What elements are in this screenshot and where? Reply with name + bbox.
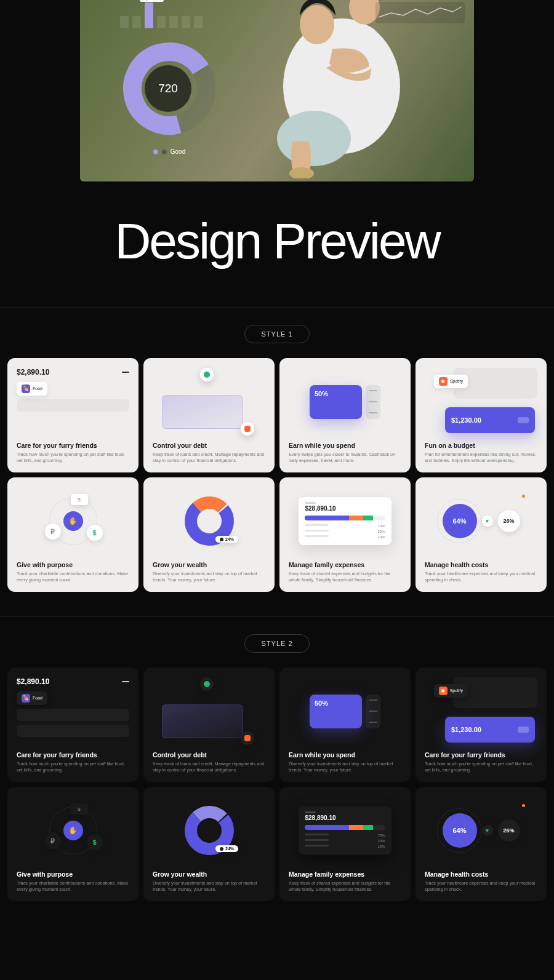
family-title: Manage family expenses	[289, 561, 401, 568]
credit-card-illo: 50%	[310, 385, 362, 419]
earn-percent-dark: 50%	[315, 699, 328, 707]
card-fun[interactable]: ◉ Spotify $1,230.00 Fun on a budget Plan…	[416, 358, 547, 472]
card-health-dark[interactable]: 64% ♥ 26% Manage health costs Track your…	[416, 787, 547, 901]
ruble-icon: ₽	[45, 833, 61, 849]
family-progress-bar	[305, 825, 385, 830]
earn-desc-dark: Diversify your investments and stay on t…	[289, 761, 401, 773]
health-desc: Track your healthcare expenses and keep …	[425, 571, 537, 583]
grow-badge: 24%	[215, 536, 238, 543]
svg-point-3	[300, 5, 334, 44]
health-desc-dark: Track your healthcare expenses and keep …	[425, 880, 537, 893]
heart-icon: ♥	[482, 825, 493, 836]
card-furry-friends[interactable]: $2,890.10 🍖 Food Care for your furry fri…	[7, 358, 138, 472]
grow-badge-dark: 24%	[215, 845, 238, 852]
earn-desc: Every swipe gets you closer to rewards. …	[289, 452, 401, 464]
fun-amount: $1,230.00	[451, 416, 481, 424]
furry-pill-label: Food	[33, 386, 42, 391]
furry-desc-dark: Track how much you're spending on pet st…	[17, 761, 129, 773]
hero-bar-chart: 6,543.00	[120, 6, 203, 28]
grow-title: Grow your wealth	[153, 561, 265, 568]
credit-card-illo: 50%	[310, 695, 362, 728]
income-dot-icon	[200, 677, 214, 691]
hand-coin-icon: ✋	[63, 511, 83, 531]
grow-title-dark: Grow your wealth	[153, 870, 265, 878]
card-fun-dark[interactable]: ◉ Spotify $1,230.00 Care for your furry …	[416, 667, 547, 782]
family-title-dark: Manage family expenses	[289, 870, 401, 878]
give-title-dark: Give with purpose	[17, 870, 129, 878]
expense-dot-icon	[241, 731, 254, 745]
debt-desc-dark: Keep track of loans and credit. Manage r…	[153, 761, 265, 773]
fun-amount-dark: $1,230.00	[451, 726, 481, 733]
health-title-dark: Manage health costs	[425, 870, 537, 878]
card-grow-dark[interactable]: 24% Grow your wealth Diversify your inve…	[143, 787, 275, 901]
translucent-card-illo	[162, 704, 243, 738]
card-earn-dark[interactable]: 50% Earn while you spend Diversify your …	[279, 667, 411, 782]
ruble-icon: ₽	[45, 524, 61, 540]
card-back-strip	[366, 385, 380, 419]
card-family-dark[interactable]: $28,890.10 70% 20% 10% Manage family exp…	[279, 787, 411, 901]
style2-card4-title: Care for your furry friends	[425, 751, 537, 759]
dollar-icon: $	[87, 834, 103, 850]
furry-amount: $2,890.10	[17, 368, 49, 376]
page-headline: Design Preview	[0, 212, 554, 270]
furry-desc: Track how much you're spending on pet st…	[17, 452, 129, 464]
spotify-icon: ◉	[439, 687, 448, 695]
card-family[interactable]: $28,890.10 70% 20% 10% Manage family exp…	[279, 477, 411, 592]
spotify-icon: ◉	[439, 377, 448, 386]
family-progress-bar	[305, 516, 385, 520]
card-give-dark[interactable]: $ ✋ ₽ $ Give with purpose Track your cha…	[7, 787, 138, 901]
card-debt[interactable]: Control your debt Keep track of loans an…	[143, 358, 275, 472]
food-icon: 🍖	[22, 384, 30, 393]
fun-title: Fun on a budget	[425, 442, 537, 449]
minus-icon	[122, 681, 129, 682]
expense-dot-icon	[241, 422, 254, 436]
style-2-grid: $2,890.10 🍖 Food Care for your furry fri…	[0, 667, 554, 920]
earn-title: Earn while you spend	[289, 442, 401, 449]
fun-amount-card: $1,230.00	[445, 717, 535, 743]
earn-percent: 50%	[315, 390, 328, 397]
furry-title: Care for your furry friends	[17, 442, 129, 449]
bar-tooltip: 6,543.00	[140, 0, 164, 2]
card-furry-friends-dark[interactable]: $2,890.10 🍖 Food Care for your furry fri…	[7, 667, 138, 782]
income-dot-icon	[200, 368, 214, 381]
people-photo	[234, 0, 437, 178]
heart-icon: ♥	[482, 516, 493, 527]
fun-amount-card: $1,230.00	[445, 407, 535, 433]
furry-title-dark: Care for your furry friends	[17, 751, 129, 759]
food-icon: 🍖	[22, 694, 30, 703]
health-title: Manage health costs	[425, 561, 537, 568]
furry-amount-dark: $2,890.10	[17, 677, 49, 686]
grow-desc: Diversify your investments and stay on t…	[153, 571, 265, 583]
debt-title-dark: Control your debt	[153, 751, 265, 759]
family-amount: $28,890.10	[305, 505, 385, 512]
give-title: Give with purpose	[17, 561, 129, 568]
hero-line-chart	[375, 2, 465, 23]
health-big-pct-dark: 64%	[443, 813, 477, 848]
dollar-tag-icon: $	[71, 494, 88, 505]
card-earn[interactable]: 50% Earn while you spend Every swipe get…	[279, 358, 411, 472]
health-small-pct: 26%	[498, 510, 520, 532]
style-1-label: STYLE 1	[244, 325, 309, 343]
svg-point-1	[277, 111, 351, 166]
health-big-pct: 64%	[443, 504, 477, 538]
fun-pill-label: Spotify	[450, 379, 463, 383]
card-health[interactable]: 64% ♥ 26% Manage health costs Track your…	[416, 477, 547, 592]
card-grow[interactable]: 24% Grow your wealth Diversify your inve…	[143, 477, 275, 592]
style-2-label: STYLE 2	[244, 634, 309, 653]
hero-banner: 6,543.00 720 Good	[0, 0, 554, 181]
hero-donut-chart: 720 Good	[114, 33, 225, 144]
debt-title: Control your debt	[153, 442, 265, 449]
debt-desc: Keep track of loans and credit. Manage r…	[153, 452, 265, 464]
family-amount-dark: $28,890.10	[305, 815, 385, 821]
fun-pill-label-dark: Spotify	[450, 688, 463, 693]
card-debt-dark[interactable]: Control your debt Keep track of loans an…	[143, 667, 275, 782]
style2-card4-desc: Track how much you're spending on pet st…	[425, 761, 537, 773]
card-give[interactable]: $ ✋ ₽ $ Give with purpose Track your cha…	[7, 477, 138, 592]
dollar-icon: $	[87, 525, 103, 541]
donut-legend-text: Good	[171, 148, 185, 155]
minus-icon	[122, 372, 129, 373]
health-small-pct-dark: 26%	[498, 819, 520, 842]
hand-coin-icon: ✋	[63, 821, 83, 840]
card-back-strip	[366, 695, 380, 728]
fun-desc: Plan for entertainment expenses like din…	[425, 452, 537, 464]
